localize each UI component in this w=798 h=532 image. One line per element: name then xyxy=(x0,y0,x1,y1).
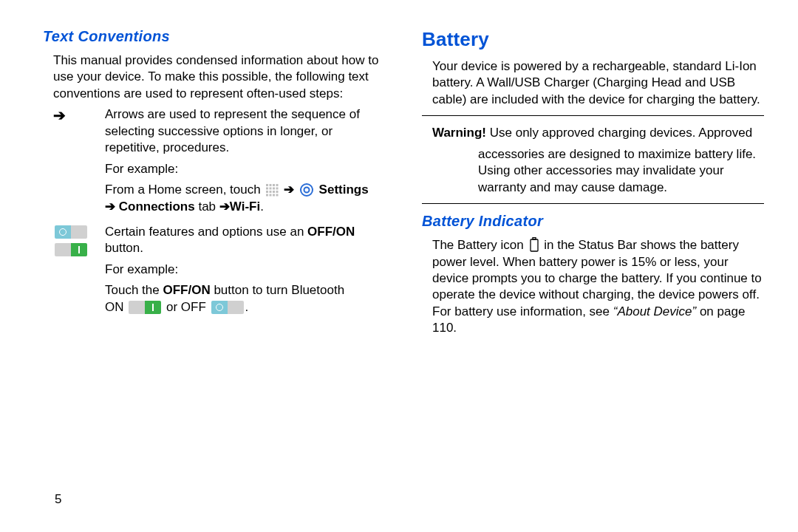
indicator-ref: “About Device” xyxy=(613,304,696,318)
page-number: 5 xyxy=(55,492,61,507)
divider-bottom xyxy=(422,203,764,204)
toggle-bullet-column xyxy=(53,224,95,320)
svg-rect-13 xyxy=(270,194,272,196)
for-example-2: For example: xyxy=(105,262,385,278)
svg-rect-14 xyxy=(273,194,275,196)
heading-text-conventions: Text Conventions xyxy=(43,28,385,45)
for-example-1: For example: xyxy=(105,161,385,177)
example2-bold: OFF/ON xyxy=(163,283,210,297)
right-column: Battery Your device is powered by a rech… xyxy=(422,28,764,517)
example1-arrow3: ➔ xyxy=(219,200,230,214)
divider-top xyxy=(422,115,764,116)
svg-rect-8 xyxy=(266,191,268,193)
toggle-convention-row: Certain features and options use an OFF/… xyxy=(53,224,385,320)
svg-rect-12 xyxy=(266,194,268,196)
toggle-on-icon xyxy=(55,243,87,256)
settings-gear-icon xyxy=(299,183,314,197)
svg-rect-18 xyxy=(531,239,538,251)
example1-arrow1: ➔ xyxy=(280,183,297,197)
arrow-convention-text: Arrows are used to represent the sequenc… xyxy=(105,106,385,219)
svg-point-16 xyxy=(301,184,313,196)
battery-indicator-text: The Battery icon in the Status Bar shows… xyxy=(432,237,764,337)
svg-rect-15 xyxy=(276,194,279,196)
arrow-convention-row: ➔ Arrows are used to represent the seque… xyxy=(53,106,385,219)
svg-rect-2 xyxy=(273,184,275,186)
example1-connections: Connections xyxy=(119,200,195,214)
example1-period: . xyxy=(260,200,264,214)
warning-continuation: accessories are designed to maximize bat… xyxy=(478,146,764,196)
arrow-description: Arrows are used to represent the sequenc… xyxy=(105,106,385,156)
svg-rect-0 xyxy=(266,184,268,186)
warning-first-line: Use only approved charging devices. Appr… xyxy=(490,126,752,140)
offon-bold: OFF/ON xyxy=(307,225,355,239)
left-column: Text Conventions This manual provides co… xyxy=(43,28,385,517)
example2-period: . xyxy=(245,300,249,314)
battery-intro: Your device is powered by a rechargeable… xyxy=(432,58,764,108)
example2-lead: Touch the xyxy=(105,283,163,297)
example2-or: or OFF xyxy=(163,300,209,314)
apps-grid-icon xyxy=(265,183,279,197)
manual-page: Text Conventions This manual provides co… xyxy=(0,0,798,532)
toggle-off-inline-icon xyxy=(211,301,244,314)
svg-rect-11 xyxy=(276,191,279,193)
heading-battery: Battery xyxy=(422,28,764,51)
toggle-on-inline-icon xyxy=(129,301,161,314)
arrow-example-line: From a Home screen, touch ➔ Settings ➔ C… xyxy=(105,182,385,215)
toggle-example-line: Touch the OFF/ON button to turn Bluetoot… xyxy=(105,282,385,316)
text-conventions-intro: This manual provides condensed informati… xyxy=(53,52,385,102)
warning-label: Warning! xyxy=(432,126,490,140)
svg-rect-5 xyxy=(270,187,272,189)
svg-rect-19 xyxy=(533,237,536,239)
arrow-icon: ➔ xyxy=(53,108,66,123)
svg-rect-3 xyxy=(276,184,279,186)
indicator-a: The Battery icon xyxy=(432,238,528,252)
example1-arrow2: ➔ xyxy=(105,200,119,214)
toggle-off-icon xyxy=(55,225,87,239)
svg-rect-6 xyxy=(273,187,275,189)
svg-rect-4 xyxy=(266,187,268,189)
example1-lead: From a Home screen, touch xyxy=(105,183,264,197)
arrow-bullet-column: ➔ xyxy=(53,106,95,219)
svg-rect-7 xyxy=(276,187,279,189)
example2-tail: button to turn Bluetooth xyxy=(211,283,344,297)
example1-wifi: Wi-Fi xyxy=(230,200,260,214)
example1-settings: Settings xyxy=(319,183,369,197)
battery-icon xyxy=(529,237,539,252)
warning-block: Warning! Use only approved charging devi… xyxy=(432,125,764,141)
toggle-convention-text: Certain features and options use an OFF/… xyxy=(105,224,385,320)
offon-desc-b: button. xyxy=(105,241,143,255)
heading-battery-indicator: Battery Indicator xyxy=(422,213,764,230)
svg-rect-1 xyxy=(270,184,272,186)
svg-rect-10 xyxy=(273,191,275,193)
example2-on: ON xyxy=(105,300,127,314)
offon-desc-a: Certain features and options use an xyxy=(105,225,307,239)
offon-description: Certain features and options use an OFF/… xyxy=(105,224,385,257)
example1-tab: tab xyxy=(195,200,219,214)
svg-point-17 xyxy=(304,187,309,192)
svg-rect-9 xyxy=(270,191,272,193)
